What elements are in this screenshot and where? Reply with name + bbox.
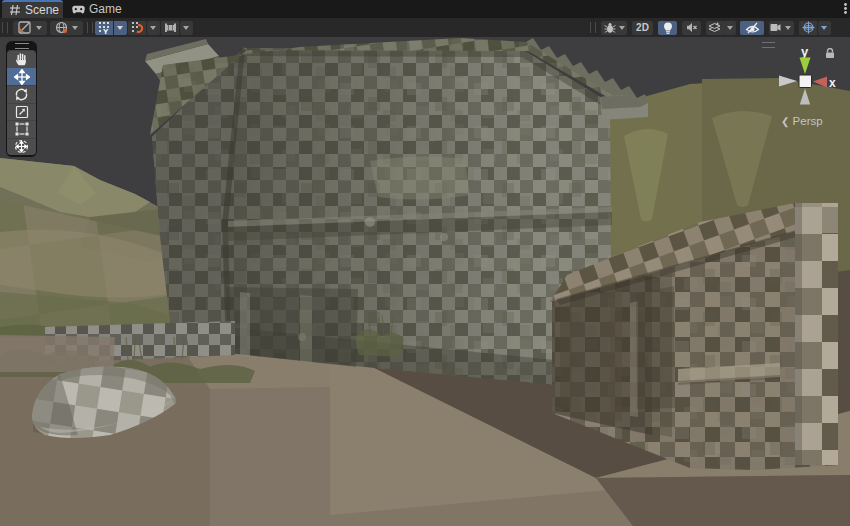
svg-text:Y: Y	[103, 27, 109, 35]
svg-text:y: y	[801, 44, 809, 59]
svg-text:x: x	[829, 76, 836, 90]
